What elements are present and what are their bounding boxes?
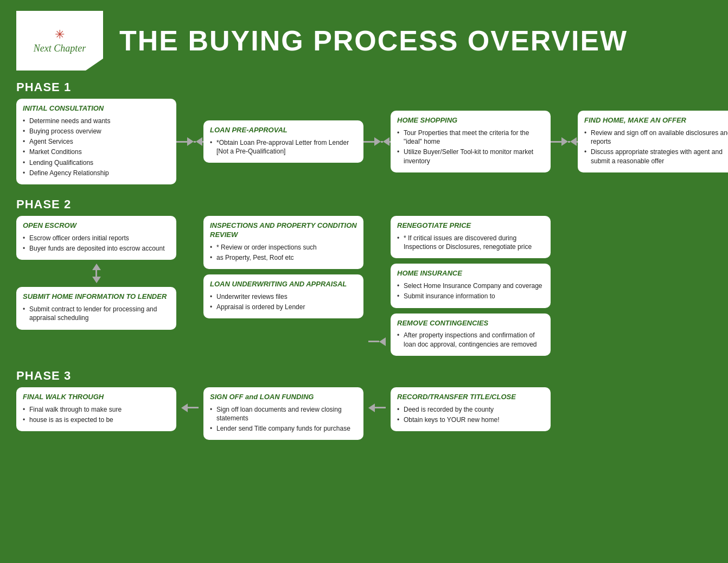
phase2-col5: RENEGOTIATE PRICE * If critical issues a… bbox=[391, 216, 551, 356]
arrow-vertical bbox=[16, 265, 176, 282]
list-item: Lender send Title company funds for purc… bbox=[210, 424, 357, 433]
card-find-home: FIND HOME, MAKE AN OFFER Review and sign… bbox=[578, 111, 728, 172]
phase1-label: PHASE 1 bbox=[16, 80, 712, 94]
home-insurance-list: Select Home Insurance Company and covera… bbox=[397, 282, 544, 300]
list-item: After property inspections and confirmat… bbox=[397, 331, 544, 348]
initial-consultation-list: Determine needs and wants Buying process… bbox=[23, 117, 170, 177]
card-remove-contingencies: REMOVE CONTINGENCIES After property insp… bbox=[391, 314, 551, 356]
sign-off-list: Sign off loan documents and review closi… bbox=[210, 405, 357, 433]
list-item: Select Home Insurance Company and covera… bbox=[397, 282, 544, 290]
header: ✳ Next Chapter THE BUYING PROCESS OVERVI… bbox=[16, 11, 712, 71]
list-item: * Review or order inspections such bbox=[210, 243, 357, 252]
phase2-row: OPEN ESCROW Escrow officer orders initia… bbox=[16, 216, 712, 356]
find-home-list: Review and sign off on available disclos… bbox=[584, 129, 728, 165]
list-item: as Property, Pest, Roof etc bbox=[210, 253, 357, 262]
list-item: Lending Qualifications bbox=[23, 158, 170, 167]
logo-icon: ✳ bbox=[55, 28, 65, 42]
home-insurance-title: HOME INSURANCE bbox=[397, 269, 544, 278]
phase2-label: PHASE 2 bbox=[16, 197, 712, 212]
renegotiate-title: RENEGOTIATE PRICE bbox=[397, 221, 544, 231]
page-title: THE BUYING PROCESS OVERVIEW bbox=[119, 24, 628, 57]
find-home-title: FIND HOME, MAKE AN OFFER bbox=[584, 116, 728, 125]
card-submit-home-info: SUBMIT HOME INFORMATION TO LENDER Submit… bbox=[16, 287, 176, 329]
phase2-col3: INSPECTIONS AND PROPERTY CONDITION REVIE… bbox=[203, 216, 363, 356]
initial-consultation-title: INITIAL CONSULTATION bbox=[23, 104, 170, 113]
arrow-p3-2 bbox=[363, 387, 391, 412]
card-home-shopping: HOME SHOPPING Tour Properties that meet … bbox=[391, 111, 551, 172]
logo-text: Next Chapter bbox=[34, 43, 86, 54]
phase2-col1: OPEN ESCROW Escrow officer orders initia… bbox=[16, 216, 176, 356]
sign-off-title: SIGN OFF and LOAN FUNDING bbox=[210, 393, 357, 402]
remove-contingencies-list: After property inspections and confirmat… bbox=[397, 331, 544, 348]
record-title-list: Deed is recorded by the county Obtain ke… bbox=[397, 405, 544, 424]
home-shopping-list: Tour Properties that meet the criteria f… bbox=[397, 129, 544, 165]
list-item: Underwriter reviews files bbox=[210, 292, 357, 301]
list-item: Obtain keys to YOUR new home! bbox=[397, 415, 544, 424]
open-escrow-list: Escrow officer orders initial reports Bu… bbox=[23, 234, 170, 253]
card-record-title: RECORD/TRANSFER TITLE/CLOSE Deed is reco… bbox=[391, 387, 551, 431]
card-renegotiate: RENEGOTIATE PRICE * If critical issues a… bbox=[391, 216, 551, 258]
phase3-row: FINAL WALK THROUGH Final walk through to… bbox=[16, 387, 712, 440]
card-inspections: INSPECTIONS AND PROPERTY CONDITION REVIE… bbox=[203, 216, 363, 269]
list-item: Determine needs and wants bbox=[23, 117, 170, 125]
card-open-escrow: OPEN ESCROW Escrow officer orders initia… bbox=[16, 216, 176, 260]
list-item: Tour Properties that meet the criteria f… bbox=[397, 129, 544, 146]
list-item: Discuss appropriate strategies with agen… bbox=[584, 148, 728, 165]
card-loan-underwriting: LOAN UNDERWRITING AND APPRAISAL Underwri… bbox=[203, 274, 363, 318]
final-walk-title: FINAL WALK THROUGH bbox=[23, 393, 170, 402]
final-walk-list: Final walk through to make sure house is… bbox=[23, 405, 170, 424]
list-item: *Obtain Loan Pre-approval Letter from Le… bbox=[210, 138, 357, 156]
arrow-p3-1 bbox=[176, 387, 203, 412]
arrow-col-1-2 bbox=[176, 216, 203, 356]
list-item: Market Conditions bbox=[23, 148, 170, 156]
list-item: Buyer funds are deposited into escrow ac… bbox=[23, 244, 170, 253]
card-initial-consultation: INITIAL CONSULTATION Determine needs and… bbox=[16, 99, 176, 184]
logo: ✳ Next Chapter bbox=[16, 11, 103, 71]
list-item: Submit insurance information to bbox=[397, 292, 544, 300]
phase1-row: INITIAL CONSULTATION Determine needs and… bbox=[16, 99, 712, 184]
arrow-p1-1-2 bbox=[176, 137, 203, 146]
page: ✳ Next Chapter THE BUYING PROCESS OVERVI… bbox=[0, 0, 728, 563]
list-item: Define Agency Relationship bbox=[23, 169, 170, 177]
home-shopping-title: HOME SHOPPING bbox=[397, 116, 544, 125]
list-item: Sign off loan documents and review closi… bbox=[210, 405, 357, 423]
card-final-walk: FINAL WALK THROUGH Final walk through to… bbox=[16, 387, 176, 431]
loan-underwriting-title: LOAN UNDERWRITING AND APPRAISAL bbox=[210, 280, 357, 289]
card-loan-preapproval: LOAN PRE-APPROVAL *Obtain Loan Pre-appro… bbox=[203, 120, 363, 163]
submit-home-info-title: SUBMIT HOME INFORMATION TO LENDER bbox=[23, 292, 170, 302]
loan-preapproval-title: LOAN PRE-APPROVAL bbox=[210, 126, 357, 135]
arrow-p1-3-4 bbox=[551, 137, 578, 146]
list-item: Review and sign off on available disclos… bbox=[584, 129, 728, 146]
open-escrow-title: OPEN ESCROW bbox=[23, 221, 170, 231]
list-item: Deed is recorded by the county bbox=[397, 405, 544, 414]
list-item: Appraisal is ordered by Lender bbox=[210, 303, 357, 311]
arrow-p1-2-3 bbox=[363, 137, 391, 146]
record-title-title: RECORD/TRANSFER TITLE/CLOSE bbox=[397, 393, 544, 402]
list-item: Utilize Buyer/Seller Tool-kit to monitor… bbox=[397, 148, 544, 165]
list-item: * If critical issues are discovered duri… bbox=[397, 234, 544, 251]
list-item: Escrow officer orders initial reports bbox=[23, 234, 170, 242]
remove-contingencies-title: REMOVE CONTINGENCIES bbox=[397, 319, 544, 328]
phase3-label: PHASE 3 bbox=[16, 369, 712, 383]
inspections-title: INSPECTIONS AND PROPERTY CONDITION REVIE… bbox=[210, 221, 357, 240]
submit-home-info-list: Submit contract to lender for processing… bbox=[23, 305, 170, 322]
card-sign-off: SIGN OFF and LOAN FUNDING Sign off loan … bbox=[203, 387, 363, 440]
list-item: Submit contract to lender for processing… bbox=[23, 305, 170, 322]
list-item: Agent Services bbox=[23, 137, 170, 146]
card-home-insurance: HOME INSURANCE Select Home Insurance Com… bbox=[391, 264, 551, 308]
renegotiate-list: * If critical issues are discovered duri… bbox=[397, 234, 544, 251]
list-item: Buying process overview bbox=[23, 127, 170, 136]
list-item: house is as is expected to be bbox=[23, 415, 170, 424]
list-item: Final walk through to make sure bbox=[23, 405, 170, 414]
loan-underwriting-list: Underwriter reviews files Appraisal is o… bbox=[210, 292, 357, 311]
loan-preapproval-list: *Obtain Loan Pre-approval Letter from Le… bbox=[210, 138, 357, 156]
inspections-list: * Review or order inspections such as Pr… bbox=[210, 243, 357, 262]
arrow-col-3-4 bbox=[363, 216, 391, 356]
